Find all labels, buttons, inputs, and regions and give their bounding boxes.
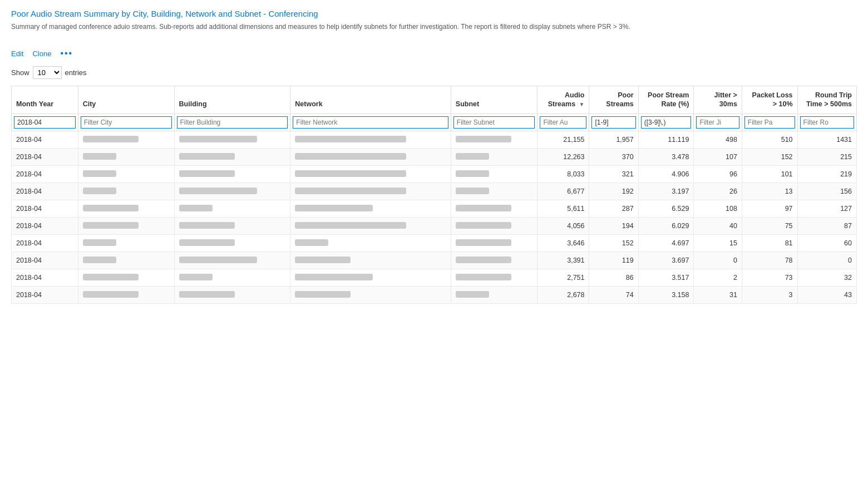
cell-network [290, 148, 451, 165]
th-building: Building [174, 86, 290, 114]
cell-subnet [451, 131, 537, 148]
cell-month: 2018-04 [12, 183, 78, 200]
cell-month: 2018-04 [12, 234, 78, 252]
cell-psr: 6.529 [638, 200, 694, 217]
cell-psr: 6.029 [638, 217, 694, 234]
cell-city [78, 165, 174, 183]
filter-building-input[interactable] [177, 116, 288, 129]
th-city: City [78, 86, 174, 114]
cell-psr: 3.517 [638, 269, 694, 286]
cell-audio-streams: 12,263 [537, 148, 589, 165]
sort-icon-audio: ▼ [579, 101, 585, 108]
clone-link[interactable]: Clone [32, 50, 51, 58]
show-entries-control: Show 10 25 50 100 entries [11, 66, 857, 79]
edit-link[interactable]: Edit [11, 50, 23, 58]
th-audio-streams[interactable]: Audio Streams ▼ [537, 86, 589, 114]
cell-rtt: 127 [797, 200, 856, 217]
cell-building [174, 234, 290, 252]
cell-building [174, 269, 290, 286]
table-row: 2018-04 4,056 194 6.029 40 75 87 [12, 217, 857, 234]
table-row: 2018-04 21,155 1,957 11.119 498 510 1431 [12, 131, 857, 148]
table-row: 2018-04 3,646 152 4.697 15 81 60 [12, 234, 857, 252]
cell-poor-streams: 194 [589, 217, 638, 234]
cell-network [290, 217, 451, 234]
cell-poor-streams: 86 [589, 269, 638, 286]
cell-psr: 11.119 [638, 131, 694, 148]
cell-month: 2018-04 [12, 165, 78, 183]
table-row: 2018-04 2,751 86 3.517 2 73 32 [12, 269, 857, 286]
cell-jitter: 31 [694, 286, 742, 303]
cell-rtt: 60 [797, 234, 856, 252]
cell-month: 2018-04 [12, 252, 78, 269]
filter-subnet-input[interactable] [453, 116, 535, 129]
cell-rtt: 156 [797, 183, 856, 200]
filter-rtt-input[interactable] [800, 116, 854, 129]
th-month-year: Month Year [12, 86, 78, 114]
th-filter-city [78, 114, 174, 131]
th-jitter: Jitter > 30ms [694, 86, 742, 114]
cell-packet-loss: 13 [742, 183, 797, 200]
page-title: Poor Audio Stream Summary by City, Build… [11, 9, 857, 18]
cell-psr: 4.906 [638, 165, 694, 183]
cell-city [78, 234, 174, 252]
cell-month: 2018-04 [12, 148, 78, 165]
th-filter-jitter [694, 114, 742, 131]
cell-audio-streams: 5,611 [537, 200, 589, 217]
cell-jitter: 107 [694, 148, 742, 165]
cell-rtt: 43 [797, 286, 856, 303]
table-row: 2018-04 8,033 321 4.906 96 101 219 [12, 165, 857, 183]
cell-audio-streams: 8,033 [537, 165, 589, 183]
cell-network [290, 269, 451, 286]
cell-month: 2018-04 [12, 269, 78, 286]
th-filter-audio [537, 114, 589, 131]
filter-poor-input[interactable] [591, 116, 635, 129]
cell-building [174, 286, 290, 303]
cell-subnet [451, 286, 537, 303]
filter-packet-input[interactable] [744, 116, 795, 129]
cell-audio-streams: 3,646 [537, 234, 589, 252]
filter-network-input[interactable] [293, 116, 448, 129]
cell-city [78, 286, 174, 303]
filter-audio-input[interactable] [540, 116, 586, 129]
cell-subnet [451, 183, 537, 200]
cell-network [290, 165, 451, 183]
cell-building [174, 252, 290, 269]
cell-packet-loss: 101 [742, 165, 797, 183]
cell-building [174, 200, 290, 217]
cell-subnet [451, 252, 537, 269]
cell-packet-loss: 81 [742, 234, 797, 252]
filter-psr-input[interactable] [641, 116, 692, 129]
cell-audio-streams: 3,391 [537, 252, 589, 269]
cell-audio-streams: 2,751 [537, 269, 589, 286]
cell-psr: 3.158 [638, 286, 694, 303]
cell-network [290, 286, 451, 303]
cell-packet-loss: 3 [742, 286, 797, 303]
more-options-button[interactable]: ••• [60, 48, 73, 58]
cell-psr: 4.697 [638, 234, 694, 252]
cell-building [174, 131, 290, 148]
table-body: 2018-04 21,155 1,957 11.119 498 510 1431… [12, 131, 857, 303]
filter-city-input[interactable] [81, 116, 172, 129]
data-table: Month Year City Building Network Subnet … [11, 86, 857, 304]
cell-subnet [451, 148, 537, 165]
entries-select[interactable]: 10 25 50 100 [33, 66, 62, 79]
th-network: Network [290, 86, 451, 114]
cell-city [78, 148, 174, 165]
cell-subnet [451, 269, 537, 286]
cell-building [174, 165, 290, 183]
filter-month-input[interactable] [14, 116, 76, 129]
th-filter-rtt [797, 114, 856, 131]
cell-poor-streams: 287 [589, 200, 638, 217]
cell-rtt: 1431 [797, 131, 856, 148]
cell-psr: 3.697 [638, 252, 694, 269]
cell-subnet [451, 217, 537, 234]
filter-jitter-input[interactable] [696, 116, 739, 129]
cell-city [78, 131, 174, 148]
cell-rtt: 215 [797, 148, 856, 165]
th-poor-stream-rate: Poor Stream Rate (%) [638, 86, 694, 114]
page-subtitle: Summary of managed conference aduio stre… [11, 22, 857, 32]
show-label: Show [11, 68, 29, 77]
cell-rtt: 32 [797, 269, 856, 286]
toolbar: Edit Clone ••• [11, 48, 857, 58]
cell-city [78, 183, 174, 200]
